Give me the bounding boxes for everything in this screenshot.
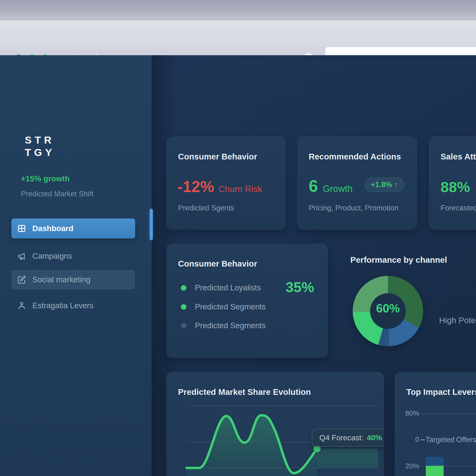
legend-item: Predicted Loyalists <box>181 283 261 292</box>
legend-label: Predicted Loyalists <box>195 283 261 292</box>
kpi-value: 6 <box>309 177 318 196</box>
legend-dash <box>421 439 425 440</box>
legend-dot-green <box>181 285 186 290</box>
card-consumer-behavior-legend: Consumer Behavior Predicted Loyalists Pr… <box>166 243 328 358</box>
legend-dot-muted <box>181 323 186 328</box>
legend-item: Predicted Segments <box>181 321 266 330</box>
card-title: Sales Attribution <box>441 152 476 161</box>
tooltip-value: 40% <box>367 433 382 442</box>
app-logo: STR TGY <box>25 134 55 159</box>
desktop-background <box>0 0 476 20</box>
donut-center-value: 60% <box>353 302 423 315</box>
legend-label: Predicted Segments <box>195 302 266 311</box>
sidebar-item-label: Dashboard <box>32 224 73 233</box>
growth-stat: +15% growth <box>21 174 69 183</box>
y-tick: 0 <box>397 436 419 443</box>
kpi-value-row: 6 Growth <box>309 177 353 196</box>
sidebar-item-estragatia-levers[interactable]: Estragatia Levers <box>11 296 135 315</box>
tooltip-label: Q4 Forecast: <box>319 433 363 442</box>
kpi-value: 88% <box>441 178 470 195</box>
card-consumer-behavior-kpi: Consumer Behavior -12% Churn Risk Predic… <box>166 136 285 230</box>
donut-chart: 60% <box>353 276 423 346</box>
card-title: Top Impact Levers <box>406 387 476 397</box>
org-icon <box>17 301 26 310</box>
kpi-value-row: -12% Churn Risk <box>178 178 262 196</box>
sidebar-item-dashboard[interactable]: Dashboard <box>11 219 135 238</box>
kpi-value: -12% <box>178 178 214 196</box>
legend-item: Predicted Segments <box>181 302 266 311</box>
y-tick: 80% <box>397 409 419 417</box>
card-title: Predicted Market Share Evolution <box>178 387 311 397</box>
dashboard-app: STR TGY +15% growth Predicted Market Shi… <box>0 55 476 476</box>
legend-dot-green <box>181 304 186 310</box>
browser-toolbar <box>0 20 476 55</box>
card-market-share-evolution: Predicted Market Share Evolution 10 <box>166 372 384 476</box>
card-title: Recommended Actions <box>309 152 401 161</box>
kpi-subtitle: Pricing, Product, Promotion <box>309 204 398 212</box>
sidebar: STR TGY +15% growth Predicted Market Shi… <box>0 55 152 476</box>
sidebar-item-label: Estragatia Levers <box>32 301 94 310</box>
card-recommended-actions: Recommended Actions 6 Growth +1.8% ↑ Pri… <box>297 136 417 230</box>
grid-icon <box>17 224 26 233</box>
sidebar-item-label: Social marketing <box>32 275 90 284</box>
megaphone-icon <box>17 252 26 261</box>
trend-badge: +1.8% ↑ <box>364 178 404 192</box>
card-sales-attribution: Sales Attribution 88% Forecasted <box>429 136 476 230</box>
logo-line-2: TGY <box>25 146 55 158</box>
sidebar-subtitle: Predicted Market Shift <box>21 190 94 198</box>
sidebar-item-label: Campaigns <box>32 252 72 261</box>
card-title: Consumer Behavior <box>178 152 257 161</box>
legend-label: Targeted Offers <box>425 436 476 444</box>
card-top-impact-levers: Top Impact Levers 80% 0 20% 0 Targeted O… <box>395 372 476 476</box>
legend-label: Predicted Segments <box>195 321 266 330</box>
sidebar-scrollbar-thumb[interactable] <box>150 209 153 240</box>
edit-icon <box>17 275 26 284</box>
sidebar-item-campaigns[interactable]: Campaigns <box>11 247 135 266</box>
bar-product-blue-segment <box>426 457 444 466</box>
y-tick: 20% <box>397 462 419 470</box>
kpi-value-suffix: Growth <box>323 184 353 194</box>
gridline-80 <box>419 414 476 414</box>
sidebar-item-social-marketing[interactable]: Social marketing <box>11 270 135 289</box>
bar-product-green-segment <box>426 466 444 476</box>
kpi-subtitle: Forecasted <box>441 204 476 212</box>
donut-chart-title: Performance by channel <box>350 255 447 265</box>
kpi-value: 35% <box>286 279 314 295</box>
logo-line-1: STR <box>25 134 55 146</box>
card-title: Consumer Behavior <box>178 259 257 269</box>
forecast-tooltip: Q4 Forecast: 40% <box>312 429 384 447</box>
donut-side-note: High Potential <box>439 316 476 325</box>
kpi-subtitle: Predicted Sgents <box>178 204 234 212</box>
kpi-value-suffix: Churn Risk <box>219 184 262 194</box>
